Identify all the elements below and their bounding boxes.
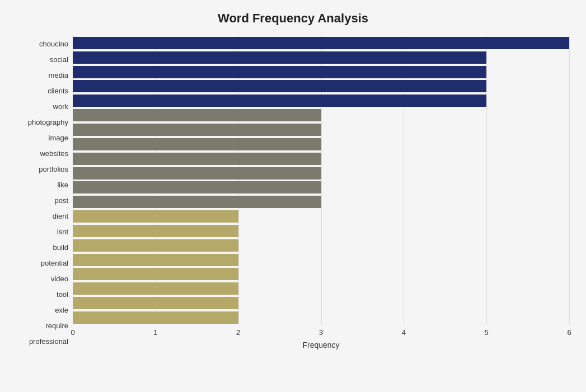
bar-row — [73, 108, 569, 122]
y-label: professional — [29, 334, 68, 350]
bar — [73, 95, 486, 107]
x-tick: 2 — [230, 328, 247, 337]
y-label: potential — [41, 256, 68, 271]
bar-row — [73, 79, 569, 94]
plot-area: 0123456 Frequency — [73, 36, 569, 350]
y-label: video — [51, 271, 68, 287]
bar — [73, 138, 321, 150]
bar-row — [73, 209, 569, 224]
y-label: clients — [48, 83, 68, 98]
bar — [73, 210, 238, 223]
y-label: exle — [55, 303, 68, 318]
bar-row — [73, 166, 569, 181]
y-axis: choucinosocialmediaclientsworkphotograph… — [17, 36, 73, 350]
bar-row — [73, 180, 569, 195]
y-label: media — [49, 67, 68, 83]
y-label: like — [57, 177, 68, 192]
bar-row — [73, 195, 569, 209]
bar — [73, 80, 486, 92]
y-label: social — [50, 51, 68, 67]
bar-row — [73, 238, 569, 253]
y-label: isnt — [57, 224, 68, 240]
x-tick: 5 — [478, 328, 495, 337]
bar-row — [73, 93, 569, 108]
y-label: photography — [28, 114, 68, 130]
bar-row — [73, 310, 569, 325]
bar — [73, 51, 486, 64]
y-label: build — [53, 240, 68, 256]
chart-area: choucinosocialmediaclientsworkphotograph… — [17, 36, 569, 350]
y-label: work — [53, 98, 68, 114]
bar — [73, 37, 569, 49]
bar — [73, 254, 238, 266]
bar — [73, 153, 321, 165]
y-label: post — [54, 192, 68, 208]
x-tick: 4 — [395, 328, 412, 337]
bar — [73, 109, 321, 121]
y-label: dient — [53, 209, 68, 224]
x-axis: 0123456 — [73, 325, 569, 338]
bar — [73, 268, 238, 280]
bar-row — [73, 36, 569, 50]
x-axis-wrapper: 0123456 Frequency — [73, 325, 569, 350]
bar-row — [73, 152, 569, 166]
bar-row — [73, 296, 569, 310]
x-tick: 3 — [313, 328, 330, 337]
x-tick: 6 — [561, 328, 578, 337]
bar-row — [73, 253, 569, 267]
bar — [73, 167, 321, 180]
bar-row — [73, 281, 569, 296]
bar-row — [73, 137, 569, 152]
bar — [73, 124, 321, 136]
y-label: websites — [40, 145, 68, 161]
bar-row — [73, 267, 569, 282]
x-tick: 0 — [64, 328, 81, 337]
y-label: choucino — [39, 36, 68, 51]
grid-line — [569, 36, 570, 325]
bar-row — [73, 122, 569, 137]
bar-row — [73, 65, 569, 79]
bar — [73, 311, 238, 324]
bar — [73, 282, 238, 295]
grid-and-bars — [73, 36, 569, 325]
bar — [73, 239, 238, 252]
bar — [73, 225, 238, 237]
y-label: portfolios — [39, 161, 68, 177]
y-label: tool — [57, 287, 68, 303]
x-tick: 1 — [147, 328, 164, 337]
bar-row — [73, 50, 569, 65]
bar — [73, 196, 321, 208]
bars-container — [73, 36, 569, 325]
bar — [73, 66, 486, 78]
bar-row — [73, 224, 569, 238]
chart-title: Word Frequency Analysis — [17, 11, 569, 26]
bar — [73, 181, 321, 193]
x-axis-label: Frequency — [73, 341, 569, 350]
bar — [73, 297, 238, 309]
y-label: image — [49, 130, 68, 145]
chart-container: Word Frequency Analysis choucinosocialme… — [0, 0, 586, 392]
